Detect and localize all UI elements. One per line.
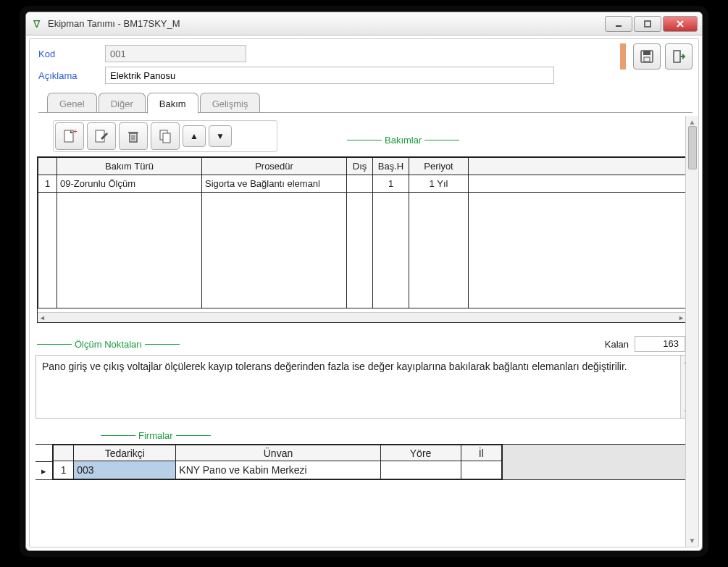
new-button[interactable]: + (55, 122, 84, 150)
firma-row[interactable]: 1 003 KNY Pano ve Kabin Merkezi (54, 461, 502, 479)
olcum-text: Pano giriş ve çıkış voltajlar ölçülerek … (42, 361, 627, 372)
col-dis[interactable]: Dış (347, 158, 373, 175)
svg-rect-17 (163, 133, 170, 143)
svg-rect-7 (674, 51, 680, 62)
fcell-yore[interactable] (380, 461, 461, 479)
exit-button[interactable] (665, 43, 693, 70)
col-rest (469, 158, 686, 175)
window-controls (603, 16, 698, 32)
save-button[interactable] (633, 43, 661, 70)
fcell-unvan[interactable]: KNY Pano ve Kabin Merkezi (176, 461, 380, 479)
col-bakim-turu[interactable]: Bakım Türü (57, 158, 202, 175)
tab-bakim[interactable]: Bakım (147, 93, 198, 114)
copy-button[interactable] (151, 122, 180, 150)
col-periyot[interactable]: Periyot (409, 158, 469, 175)
tab-strip: Genel Diğer Bakım Gelişmiş (38, 93, 693, 113)
cell-rest (469, 175, 686, 193)
edit-button[interactable] (87, 122, 116, 150)
fcell-il[interactable] (461, 461, 502, 479)
window-title: Ekipman Tanımı - BM17SKY_M (48, 18, 603, 29)
delete-button[interactable] (119, 122, 148, 150)
olcum-description[interactable]: Pano giriş ve çıkış voltajlar ölçülerek … (35, 355, 693, 419)
olcum-section-label: Ölçüm Noktaları (37, 339, 180, 350)
fcell-idx: 1 (54, 461, 74, 479)
close-button[interactable] (663, 16, 698, 32)
kalan-box: Kalan 163 (605, 336, 685, 352)
fcol-il[interactable]: İl (461, 445, 502, 461)
tab-body-bakim: + ▲ ▼ Bakımlar (30, 116, 698, 547)
col-prosedur[interactable]: Prosedür (202, 158, 347, 175)
kod-field[interactable] (105, 45, 246, 62)
svg-rect-1 (645, 21, 650, 27)
scrollbar-thumb[interactable] (688, 126, 697, 169)
app-window: ∇ Ekipman Tanımı - BM17SKY_M (25, 12, 703, 551)
kalan-label: Kalan (605, 339, 629, 350)
firmalar-grid[interactable]: ▸ Tedarikçi Ünvan Yöre İl (35, 444, 693, 480)
down-button[interactable]: ▼ (209, 125, 232, 147)
bakim-toolbar: + ▲ ▼ (53, 120, 277, 152)
tab-vertical-scrollbar[interactable]: ▲ ▼ (685, 116, 698, 547)
svg-rect-6 (644, 57, 650, 62)
maximize-button[interactable] (634, 16, 661, 32)
col-index (38, 158, 57, 175)
titlebar: ∇ Ekipman Tanımı - BM17SKY_M (26, 12, 702, 35)
minimize-button[interactable] (605, 16, 632, 32)
cell-periyot[interactable]: 1 Yıl (409, 175, 469, 193)
accent-bar (620, 43, 626, 70)
tab-diger[interactable]: Diğer (99, 93, 146, 112)
fcol-tedarikci[interactable]: Tedarikçi (74, 445, 176, 461)
table-row[interactable]: 1 09-Zorunlu Ölçüm Sigorta ve Bağlantı e… (38, 175, 686, 193)
fcol-unvan[interactable]: Ünvan (176, 445, 380, 461)
bakimlar-section-label: Bakımlar (347, 135, 459, 146)
header-toolbar (620, 43, 693, 70)
header-form: Kod Açıklama Genel Diğer Bakım Gelişmiş (30, 39, 698, 116)
tab-genel[interactable]: Genel (47, 93, 97, 112)
grid-horizontal-scrollbar[interactable]: ◄► (38, 312, 686, 322)
fcol-yore[interactable]: Yöre (380, 445, 461, 461)
app-icon: ∇ (30, 18, 42, 30)
cell-idx: 1 (38, 175, 57, 193)
fcell-tedarikci[interactable]: 003 (74, 461, 176, 479)
kalan-value: 163 (635, 336, 685, 352)
fcol-index (54, 445, 74, 461)
cell-turu[interactable]: 09-Zorunlu Ölçüm (57, 175, 202, 193)
firma-grid-filler (502, 445, 693, 479)
cell-bash[interactable]: 1 (373, 175, 409, 193)
kod-label: Kod (38, 49, 96, 59)
up-button[interactable]: ▲ (183, 125, 206, 147)
table-row-empty[interactable] (38, 193, 686, 308)
cell-prosedur[interactable]: Sigorta ve Bağlantı elemanl (202, 175, 347, 193)
row-marker-header (35, 445, 53, 462)
col-bash[interactable]: Baş.H (373, 158, 409, 175)
svg-text:+: + (73, 128, 78, 135)
row-marker-icon: ▸ (35, 462, 53, 479)
cell-dis[interactable] (347, 175, 373, 193)
firmalar-section-label: Firmalar (101, 430, 211, 441)
svg-rect-5 (643, 51, 650, 55)
content-area: Kod Açıklama Genel Diğer Bakım Gelişmiş … (29, 38, 699, 547)
tab-gelismis[interactable]: Gelişmiş (200, 93, 261, 112)
aciklama-field[interactable] (105, 67, 554, 84)
aciklama-label: Açıklama (38, 70, 96, 81)
bakim-grid[interactable]: Bakım Türü Prosedür Dış Baş.H Periyot 1 … (37, 156, 687, 323)
